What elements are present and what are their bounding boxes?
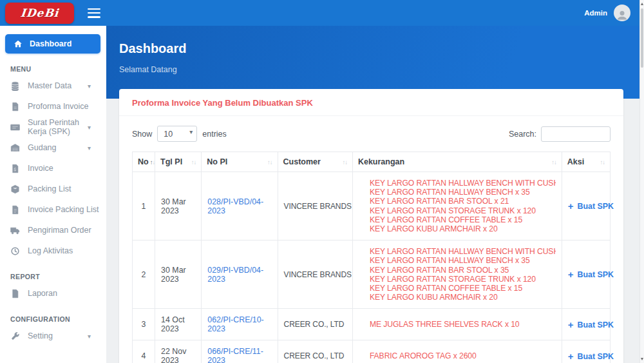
sidebar-item-pengiriman-order[interactable]: Pengiriman Order [0, 220, 106, 240]
table-row: 3 14 Oct 2023 062/PI-CRE/10-2023 CREER C… [133, 309, 611, 340]
brand-logo[interactable]: IDeBi [5, 3, 74, 24]
brand-text: IDeBi [20, 6, 59, 19]
cell-customer: VINCERE BRANDS LTD. [278, 172, 352, 240]
plus-icon: + [568, 351, 574, 362]
pi-table: No ↑↓ Tgl PI ↑↓ No PI ↑↓ Customer ↑↓ Kek… [132, 152, 611, 363]
kekurangan-list: ME JUGLAS THREE SHELVES RACK x 10 [359, 320, 556, 329]
cell-no: 4 [133, 340, 155, 363]
topbar: IDeBi Admin [0, 0, 639, 26]
kekurangan-list: KEY LARGO RATTAN HALLWAY BENCH WITH CUSH… [359, 179, 556, 233]
sidebar-item-label: Setting [28, 331, 53, 340]
sidebar-item-surat-perintah-kerja-spk[interactable]: Surat Perintah Kerja (SPK) ▾ [0, 117, 106, 137]
kekurangan-list: KEY LARGO RATTAN HALLWAY BENCH WITH CUSH… [359, 247, 556, 302]
card-list-icon [10, 123, 20, 132]
column-header-tgl-pi[interactable]: Tgl PI ↑↓ [155, 152, 202, 172]
sidebar-item-label: Pengiriman Order [28, 226, 91, 235]
sort-arrows-icon: ↑↓ [600, 159, 605, 166]
pi-number-link[interactable]: 062/PI-CRE/10-2023 [207, 315, 263, 333]
pi-number-link[interactable]: 029/PI-VBD/04-2023 [207, 266, 263, 284]
pi-number-link[interactable]: 028/PI-VBD/04-2023 [207, 197, 263, 215]
file-list-icon [10, 205, 20, 215]
cell-tgl-pi: 30 Mar 2023 [155, 240, 202, 309]
sidebar-item-label: Invoice [28, 164, 53, 173]
cell-no: 1 [133, 172, 155, 240]
chevron-down-icon: ▾ [88, 144, 91, 152]
buat-spk-button[interactable]: +Buat SPK [568, 352, 614, 361]
column-header-label: No PI [207, 157, 227, 166]
page-length-control: Show 10 ▾ entries [132, 126, 227, 142]
scroll-up-arrow-icon[interactable] [641, 3, 643, 5]
kekurangan-item: KEY LARGO RATTAN COFFEE TABLE x 15 [370, 284, 556, 293]
kekurangan-item: KEY LARGO RATTAN HALLWAY BENCH WITH CUSH… [370, 247, 556, 256]
sidebar-section-header: CONFIGURATION [0, 311, 106, 326]
sidebar-item-label: Master Data [28, 81, 71, 90]
kekurangan-item: KEY LARGO RATTAN STORAGE TRUNK x 120 [370, 275, 556, 284]
history-icon [10, 246, 20, 256]
sidebar-item-invoice[interactable]: Invoice [0, 158, 106, 179]
show-label: Show [132, 130, 152, 139]
sidebar-item-master-data[interactable]: Master Data ▾ [0, 75, 106, 96]
cell-no: 2 [133, 240, 155, 309]
sort-arrows-icon: ↑↓ [342, 159, 347, 166]
sidebar-item-laporan[interactable]: Laporan [0, 283, 106, 304]
sidebar-item-label: Gudang [28, 143, 56, 152]
sidebar-item-setting[interactable]: Setting ▾ [0, 326, 106, 346]
column-header-kekurangan[interactable]: Kekurangan ↑↓ [352, 152, 562, 172]
sort-arrows-icon: ↑↓ [150, 159, 155, 166]
plus-icon: + [568, 319, 574, 330]
wrench-icon [10, 331, 20, 341]
file-invoice-icon [10, 102, 20, 112]
sidebar-item-packing-list[interactable]: Packing List [0, 179, 106, 199]
column-header-no[interactable]: No ↑↓ [133, 152, 155, 172]
sidebar-item-label: Proforma Invoice [28, 102, 88, 111]
scroll-down-arrow-icon[interactable] [641, 358, 643, 360]
sidebar-item-label: Invoice Packing List [28, 205, 99, 214]
entries-select[interactable]: 10 [157, 126, 197, 142]
table-row: 2 30 Mar 2023 029/PI-VBD/04-2023 VINCERE… [133, 240, 611, 309]
person-icon [616, 8, 629, 21]
cell-tgl-pi: 30 Mar 2023 [155, 172, 202, 240]
scrollbar-thumb[interactable] [641, 8, 643, 68]
kekurangan-item: KEY LARGO RATTAN COFFEE TABLE x 15 [370, 215, 556, 224]
plus-icon: + [568, 201, 574, 211]
sidebar-nav: MENU Master Data ▾ Proforma Invoice Sura… [0, 61, 106, 346]
column-header-label: Tgl PI [160, 157, 182, 166]
buat-spk-button[interactable]: +Buat SPK [568, 270, 614, 279]
cell-customer: VINCERE BRANDS LTD. [278, 240, 352, 309]
column-header-aksi[interactable]: Aksi ↑↓ [562, 152, 610, 172]
column-header-label: Customer [283, 157, 321, 166]
sidebar-item-dashboard[interactable]: Dashboard [5, 34, 100, 54]
page-header: Dashboard Selamat Datang [106, 26, 639, 99]
scrollbar[interactable] [639, 0, 644, 363]
kekurangan-list: FABRIC AROROG TAG x 2600 [359, 351, 556, 360]
sort-arrows-icon: ↑↓ [267, 159, 272, 166]
sidebar-item-log-aktivitas[interactable]: Log Aktivitas [0, 240, 106, 261]
buat-spk-button[interactable]: +Buat SPK [568, 320, 614, 329]
column-header-customer[interactable]: Customer ↑↓ [278, 152, 352, 172]
pi-number-link[interactable]: 066/PI-CRE/11-2023 [207, 347, 263, 363]
buat-spk-button[interactable]: +Buat SPK [568, 202, 614, 211]
entries-label: entries [202, 130, 227, 139]
column-header-label: No [138, 157, 149, 166]
home-icon [14, 39, 23, 48]
sidebar-item-invoice-packing-list[interactable]: Invoice Packing List [0, 199, 106, 220]
column-header-label: Aksi [567, 157, 584, 166]
user-name[interactable]: Admin [584, 9, 607, 17]
sort-arrows-icon: ↑↓ [551, 159, 556, 166]
chevron-down-icon: ▾ [88, 83, 91, 90]
page-subtitle: Selamat Datang [119, 65, 627, 74]
sidebar-item-proforma-invoice[interactable]: Proforma Invoice [0, 96, 106, 117]
search-input[interactable] [541, 126, 611, 142]
column-header-no-pi[interactable]: No PI ↑↓ [202, 152, 278, 172]
sidebar-item-label: Surat Perintah Kerja (SPK) [28, 118, 80, 136]
table-row: 4 22 Nov 2023 066/PI-CRE/11-2023 CREER C… [133, 340, 611, 363]
sidebar-item-gudang[interactable]: Gudang ▾ [0, 137, 106, 158]
card-title: Proforma Invoice Yang Belum Dibuatkan SP… [119, 89, 623, 116]
hamburger-menu-icon[interactable] [88, 8, 100, 18]
avatar[interactable] [614, 5, 630, 21]
sidebar-section-header: MENU [0, 61, 106, 75]
kekurangan-item: KEY LARGO RATTAN HALLWAY BENCH WITH CUSH… [370, 179, 556, 188]
kekurangan-item: KEY LARGO RATTAN STORAGE TRUNK x 120 [370, 206, 556, 215]
table-header-row: No ↑↓ Tgl PI ↑↓ No PI ↑↓ Customer ↑↓ Kek… [133, 152, 611, 172]
sidebar-section-header: REPORT [0, 269, 106, 283]
